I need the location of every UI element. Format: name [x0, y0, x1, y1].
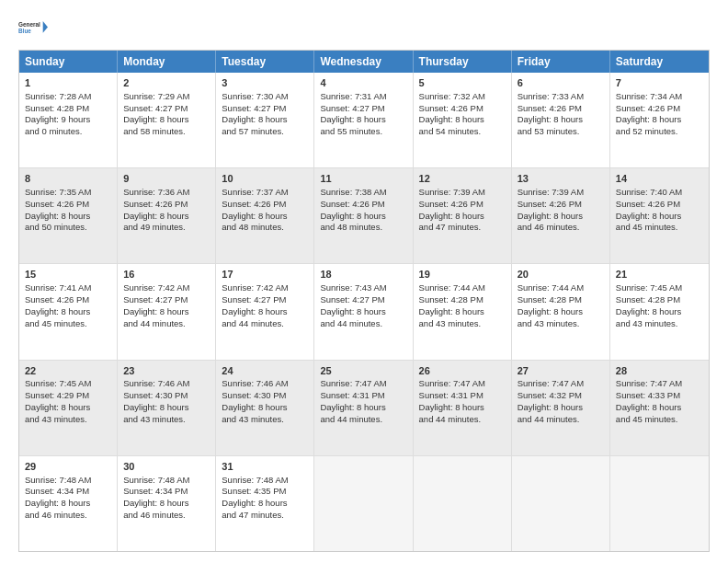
calendar-cell-11: 11Sunrise: 7:38 AMSunset: 4:26 PMDayligh…	[314, 168, 413, 263]
day-info-line: Daylight: 8 hours	[320, 402, 406, 414]
day-info-line: Sunrise: 7:31 AM	[320, 91, 406, 103]
day-info-line: Sunrise: 7:34 AM	[616, 91, 703, 103]
day-info-line: Daylight: 8 hours	[123, 498, 210, 510]
day-info-line: Sunrise: 7:45 AM	[25, 378, 111, 390]
day-info-line: and 57 minutes.	[222, 126, 308, 138]
day-info-line: and 43 minutes.	[25, 414, 111, 426]
day-info-line: and 47 minutes.	[222, 510, 308, 522]
day-number: 26	[419, 364, 506, 378]
day-number: 28	[616, 364, 703, 378]
day-info-line: Daylight: 8 hours	[518, 402, 604, 414]
day-info-line: Sunrise: 7:41 AM	[25, 282, 111, 294]
day-info-line: Sunrise: 7:38 AM	[320, 187, 406, 199]
day-info-line: and 48 minutes.	[222, 222, 308, 234]
calendar-body: 1Sunrise: 7:28 AMSunset: 4:28 PMDaylight…	[19, 73, 709, 551]
day-number: 9	[123, 172, 210, 186]
day-number: 31	[222, 460, 308, 474]
day-info-line: and 45 minutes.	[616, 222, 703, 234]
day-info-line: and 44 minutes.	[419, 414, 506, 426]
calendar-header: SundayMondayTuesdayWednesdayThursdayFrid…	[19, 51, 709, 73]
day-info-line: Sunset: 4:30 PM	[222, 390, 308, 402]
day-info-line: Sunset: 4:26 PM	[222, 199, 308, 211]
day-number: 24	[222, 364, 308, 378]
calendar-cell-1: 1Sunrise: 7:28 AMSunset: 4:28 PMDaylight…	[19, 73, 118, 167]
day-info-line: Sunset: 4:30 PM	[123, 390, 210, 402]
day-info-line: Sunset: 4:34 PM	[25, 486, 111, 498]
day-info-line: Sunset: 4:27 PM	[123, 103, 210, 115]
day-info-line: Daylight: 8 hours	[25, 306, 111, 318]
calendar-row-1: 8Sunrise: 7:35 AMSunset: 4:26 PMDaylight…	[19, 167, 709, 263]
day-number: 21	[616, 268, 703, 282]
calendar: SundayMondayTuesdayWednesdayThursdayFrid…	[18, 50, 710, 552]
day-info-line: Sunset: 4:31 PM	[419, 390, 506, 402]
calendar-cell-empty-4-4	[414, 456, 512, 551]
calendar-row-3: 22Sunrise: 7:45 AMSunset: 4:29 PMDayligh…	[19, 360, 709, 455]
day-info-line: Sunset: 4:32 PM	[518, 390, 604, 402]
day-info-line: Sunset: 4:29 PM	[25, 390, 111, 402]
day-info-line: and 44 minutes.	[222, 318, 308, 330]
day-info-line: Sunrise: 7:29 AM	[123, 91, 210, 103]
day-info-line: and 50 minutes.	[25, 222, 111, 234]
day-info-line: Sunset: 4:26 PM	[518, 103, 604, 115]
day-info-line: Sunrise: 7:47 AM	[518, 378, 604, 390]
day-number: 11	[320, 172, 406, 186]
page: GeneralBlue SundayMondayTuesdayWednesday…	[0, 0, 728, 563]
day-number: 10	[222, 172, 308, 186]
day-info-line: Sunrise: 7:44 AM	[518, 282, 604, 294]
day-number: 12	[419, 172, 506, 186]
day-info-line: Sunset: 4:27 PM	[222, 103, 308, 115]
day-info-line: Sunrise: 7:48 AM	[25, 475, 111, 487]
day-info-line: Sunset: 4:27 PM	[222, 294, 308, 306]
day-info-line: Sunrise: 7:35 AM	[25, 187, 111, 199]
day-info-line: Sunrise: 7:42 AM	[222, 282, 308, 294]
day-info-line: Daylight: 8 hours	[616, 402, 703, 414]
day-number: 23	[123, 364, 210, 378]
day-info-line: Daylight: 8 hours	[123, 211, 210, 223]
day-number: 2	[123, 76, 210, 90]
day-info-line: Sunrise: 7:43 AM	[320, 282, 406, 294]
day-info-line: Daylight: 8 hours	[123, 306, 210, 318]
day-info-line: Sunrise: 7:47 AM	[320, 378, 406, 390]
day-info-line: and 0 minutes.	[25, 126, 111, 138]
day-info-line: and 45 minutes.	[25, 318, 111, 330]
day-number: 1	[25, 76, 111, 90]
day-info-line: Daylight: 8 hours	[222, 306, 308, 318]
day-info-line: Sunset: 4:33 PM	[616, 390, 703, 402]
logo: GeneralBlue	[18, 15, 48, 40]
calendar-cell-9: 9Sunrise: 7:36 AMSunset: 4:26 PMDaylight…	[118, 168, 216, 263]
day-info-line: Daylight: 8 hours	[320, 306, 406, 318]
day-info-line: Sunset: 4:26 PM	[320, 199, 406, 211]
day-info-line: and 53 minutes.	[518, 126, 604, 138]
calendar-cell-26: 26Sunrise: 7:47 AMSunset: 4:31 PMDayligh…	[414, 361, 512, 455]
day-info-line: Daylight: 8 hours	[419, 114, 506, 126]
day-info-line: Sunrise: 7:44 AM	[419, 282, 506, 294]
header: GeneralBlue	[18, 15, 710, 40]
day-info-line: Sunrise: 7:46 AM	[222, 378, 308, 390]
calendar-cell-19: 19Sunrise: 7:44 AMSunset: 4:28 PMDayligh…	[414, 264, 512, 359]
calendar-cell-10: 10Sunrise: 7:37 AMSunset: 4:26 PMDayligh…	[216, 168, 314, 263]
calendar-cell-21: 21Sunrise: 7:45 AMSunset: 4:28 PMDayligh…	[610, 264, 709, 359]
day-info-line: Daylight: 8 hours	[222, 402, 308, 414]
day-info-line: Sunset: 4:26 PM	[518, 199, 604, 211]
calendar-cell-empty-4-3	[314, 456, 413, 551]
calendar-cell-27: 27Sunrise: 7:47 AMSunset: 4:32 PMDayligh…	[512, 361, 610, 455]
day-info-line: Sunset: 4:26 PM	[419, 103, 506, 115]
day-info-line: Sunrise: 7:36 AM	[123, 187, 210, 199]
day-info-line: Daylight: 8 hours	[25, 498, 111, 510]
day-info-line: Sunset: 4:27 PM	[123, 294, 210, 306]
day-info-line: and 49 minutes.	[123, 222, 210, 234]
calendar-row-2: 15Sunrise: 7:41 AMSunset: 4:26 PMDayligh…	[19, 263, 709, 359]
svg-text:General: General	[18, 21, 40, 28]
day-number: 19	[419, 268, 506, 282]
day-info-line: and 44 minutes.	[320, 318, 406, 330]
calendar-cell-4: 4Sunrise: 7:31 AMSunset: 4:27 PMDaylight…	[314, 73, 413, 167]
day-number: 4	[320, 76, 406, 90]
day-info-line: Daylight: 8 hours	[419, 211, 506, 223]
day-info-line: and 55 minutes.	[320, 126, 406, 138]
day-info-line: Daylight: 8 hours	[123, 402, 210, 414]
day-info-line: Sunrise: 7:47 AM	[616, 378, 703, 390]
calendar-cell-14: 14Sunrise: 7:40 AMSunset: 4:26 PMDayligh…	[610, 168, 709, 263]
day-info-line: Sunrise: 7:45 AM	[616, 282, 703, 294]
calendar-cell-30: 30Sunrise: 7:48 AMSunset: 4:34 PMDayligh…	[118, 456, 216, 551]
day-info-line: and 44 minutes.	[320, 414, 406, 426]
